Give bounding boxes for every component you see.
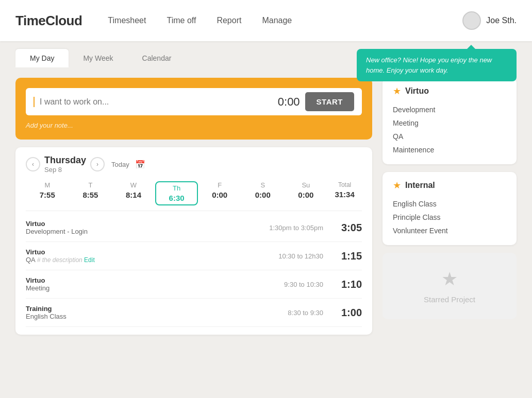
timer-note[interactable]: Add your note... [26,122,362,129]
day-sat[interactable]: S 0:00 [241,181,285,205]
tab-my-week[interactable]: My Week [69,49,127,67]
day-tue[interactable]: T 8:55 [69,181,112,205]
day-sun[interactable]: Su 0:00 [285,181,328,205]
task-input[interactable] [40,97,264,107]
avatar [462,11,481,30]
notification-bubble: New office? Nice! Hope you enjoy the new… [357,49,517,81]
tab-my-day[interactable]: My Day [15,49,69,67]
current-day: Thursday Sep 8 [44,155,86,174]
header-right: Joe Sth. [462,11,517,30]
nav-timesheet[interactable]: Timesheet [108,16,146,25]
list-item[interactable]: Development [393,103,506,116]
timer-display: 0:00 [269,95,300,109]
main-nav: Timesheet Time off Report Manage [108,16,462,25]
list-item[interactable]: QA [393,130,506,143]
today-button[interactable]: Today [111,161,129,168]
list-item[interactable]: Maintenence [393,143,506,157]
table-row: Virtuo Development - Login 1:30pm to 3:0… [26,214,362,242]
edit-link[interactable]: Edit [84,256,95,264]
main-content: 0:00 START Add your note... ‹ Thursday S… [0,67,532,345]
timer-widget: 0:00 START Add your note... [15,78,372,140]
table-row: Virtuo Meeting 9:30 to 10:30 1:10 [26,270,362,299]
table-row: Virtuo QA # the description Edit 10:30 t… [26,242,362,270]
day-fri[interactable]: F 0:00 [198,181,241,205]
week-days: M 7:55 T 8:55 W 8:14 Th 6:30 [26,181,362,211]
header: TimeCloud Timesheet Time off Report Mana… [0,0,532,41]
day-total: Total 31:34 [327,181,362,205]
day-nav: ‹ Thursday Sep 8 › Today 📅 [26,155,362,174]
table-row: Training English Class 8:30 to 9:30 1:00 [26,299,362,327]
list-item[interactable]: English Class [393,197,506,211]
day-wed[interactable]: W 8:14 [112,181,155,205]
cursor [34,97,35,107]
virtuo-card: ★ Virtuo Development Meeting QA Maintene… [383,78,517,164]
list-item[interactable]: Vonlunteer Event [393,224,506,237]
timesheet-card: ‹ Thursday Sep 8 › Today 📅 M 7:55 T 8:55 [15,147,372,335]
time-entries: Virtuo Development - Login 1:30pm to 3:0… [26,214,362,327]
start-button[interactable]: START [305,92,354,111]
next-day-button[interactable]: › [90,157,105,171]
star-icon: ★ [393,180,401,191]
prev-day-button[interactable]: ‹ [26,157,40,171]
timer-input-row: 0:00 START [26,88,362,115]
starred-label: Starred Project [424,295,475,304]
day-mon[interactable]: M 7:55 [26,181,69,205]
calendar-icon[interactable]: 📅 [135,160,145,169]
nav-timeoff[interactable]: Time off [167,16,196,25]
starred-placeholder: ★ Starred Project [383,253,517,319]
logo: TimeCloud [15,13,82,29]
nav-report[interactable]: Report [217,16,241,25]
day-thu[interactable]: Th 6:30 [155,181,198,205]
internal-card: ★ Internal English Class Principle Class… [383,172,517,245]
list-item[interactable]: Principle Class [393,211,506,224]
placeholder-star-icon: ★ [441,268,458,290]
right-column: ★ Virtuo Development Meeting QA Maintene… [383,78,517,335]
star-icon: ★ [393,85,401,97]
username: Joe Sth. [486,16,517,25]
left-column: 0:00 START Add your note... ‹ Thursday S… [15,78,372,335]
list-item[interactable]: Meeting [393,116,506,130]
tab-calendar[interactable]: Calendar [128,49,186,67]
nav-manage[interactable]: Manage [262,16,292,25]
